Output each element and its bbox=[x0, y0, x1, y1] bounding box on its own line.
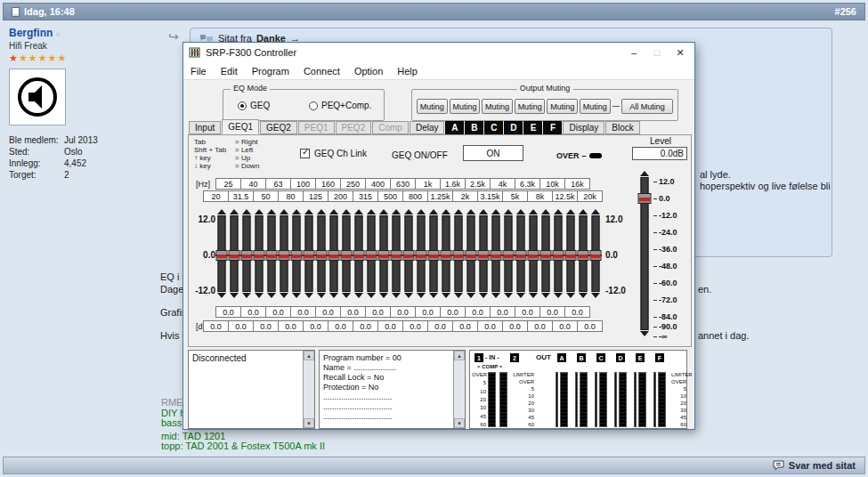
slider-up-arrow[interactable] bbox=[280, 209, 288, 214]
slider-down-arrow[interactable] bbox=[454, 293, 463, 298]
post-number[interactable]: #256 bbox=[835, 6, 856, 17]
menu-program[interactable]: Program bbox=[245, 66, 296, 77]
menu-help[interactable]: Help bbox=[390, 66, 425, 77]
slider-up-arrow[interactable] bbox=[342, 209, 351, 214]
slider-down-arrow[interactable] bbox=[367, 293, 376, 298]
eq-band-slider[interactable] bbox=[589, 209, 602, 298]
slider-handle[interactable] bbox=[241, 250, 253, 261]
slider-down-arrow[interactable] bbox=[342, 293, 351, 298]
checkbox-check-icon[interactable] bbox=[300, 149, 310, 158]
eq-band-slider[interactable] bbox=[402, 209, 415, 298]
slider-up-arrow[interactable] bbox=[566, 209, 575, 214]
slider-up-arrow[interactable] bbox=[417, 209, 426, 214]
eq-band-slider[interactable] bbox=[452, 209, 465, 298]
slider-handle[interactable] bbox=[515, 250, 527, 261]
slider-handle[interactable] bbox=[216, 250, 228, 261]
menu-file[interactable]: File bbox=[183, 66, 214, 77]
slider-down-arrow[interactable] bbox=[317, 293, 326, 298]
slider-down-arrow[interactable] bbox=[292, 293, 301, 298]
level-fader[interactable] bbox=[637, 171, 652, 336]
slider-up-arrow[interactable] bbox=[554, 209, 563, 214]
minimize-button[interactable]: – bbox=[625, 45, 643, 60]
eq-band-slider[interactable] bbox=[465, 209, 477, 298]
eq-band-slider[interactable] bbox=[490, 209, 502, 298]
slider-down-arrow[interactable] bbox=[379, 293, 388, 298]
eq-band-slider[interactable] bbox=[577, 209, 589, 298]
eq-band-slider[interactable] bbox=[477, 209, 490, 298]
tab-b[interactable]: B bbox=[465, 121, 483, 134]
slider-up-arrow[interactable] bbox=[454, 209, 463, 214]
eq-band-slider[interactable] bbox=[552, 209, 564, 298]
geq-ch-link-checkbox[interactable]: GEQ Ch Link bbox=[300, 149, 367, 158]
slider-down-arrow[interactable] bbox=[404, 293, 413, 298]
close-button[interactable]: ✕ bbox=[671, 45, 689, 60]
eq-band-slider[interactable] bbox=[515, 209, 527, 298]
slider-handle[interactable] bbox=[366, 250, 377, 261]
slider-handle[interactable] bbox=[590, 250, 602, 261]
slider-handle[interactable] bbox=[378, 250, 390, 261]
eq-band-slider[interactable] bbox=[564, 209, 577, 298]
geq-onoff-indicator[interactable]: ON bbox=[463, 145, 523, 161]
muting-button-2[interactable]: Muting bbox=[450, 99, 481, 114]
slider-handle[interactable] bbox=[491, 250, 502, 261]
tab-c[interactable]: C bbox=[484, 121, 503, 134]
slider-down-arrow[interactable] bbox=[392, 293, 401, 298]
slider-down-arrow[interactable] bbox=[541, 293, 550, 298]
slider-down-arrow[interactable] bbox=[591, 293, 600, 298]
menu-option[interactable]: Option bbox=[347, 66, 390, 77]
radio-dot-icon[interactable] bbox=[309, 101, 318, 110]
eq-band-slider[interactable] bbox=[502, 209, 515, 298]
slider-down-arrow[interactable] bbox=[304, 293, 313, 298]
slider-handle[interactable] bbox=[540, 250, 552, 261]
slider-handle[interactable] bbox=[503, 250, 515, 261]
slider-up-arrow[interactable] bbox=[329, 209, 338, 214]
slider-handle[interactable] bbox=[416, 250, 427, 261]
slider-down-arrow[interactable] bbox=[267, 293, 276, 298]
eq-band-slider[interactable] bbox=[240, 209, 253, 298]
muting-button-3[interactable]: Muting bbox=[482, 99, 513, 114]
window-titlebar[interactable]: SRP-F300 Controller – □ ✕ bbox=[183, 43, 694, 62]
slider-handle[interactable] bbox=[403, 250, 415, 261]
slider-handle[interactable] bbox=[553, 250, 564, 261]
eq-band-slider[interactable] bbox=[340, 209, 353, 298]
muting-button-4[interactable]: Muting bbox=[515, 99, 546, 114]
eq-band-slider[interactable] bbox=[265, 209, 278, 298]
username-link[interactable]: Bergfinn bbox=[9, 27, 53, 39]
eq-band-slider[interactable] bbox=[427, 209, 440, 298]
slider-handle[interactable] bbox=[441, 250, 452, 261]
slider-handle[interactable] bbox=[453, 250, 465, 261]
slider-up-arrow[interactable] bbox=[442, 209, 450, 214]
slider-handle[interactable] bbox=[329, 250, 340, 261]
fader-handle[interactable] bbox=[638, 193, 652, 204]
slider-up-arrow[interactable] bbox=[242, 209, 251, 214]
slider-up-arrow[interactable] bbox=[479, 209, 488, 214]
slider-down-arrow[interactable] bbox=[429, 293, 438, 298]
eq-mode-radio-geq[interactable]: GEQ bbox=[238, 101, 270, 110]
eq-band-slider[interactable] bbox=[365, 209, 377, 298]
slider-up-arrow[interactable] bbox=[267, 209, 276, 214]
eq-band-slider[interactable] bbox=[328, 209, 340, 298]
slider-handle[interactable] bbox=[565, 250, 577, 261]
slider-down-arrow[interactable] bbox=[417, 293, 426, 298]
tab-a[interactable]: A bbox=[445, 121, 464, 134]
fader-down-arrow[interactable] bbox=[640, 331, 649, 336]
muting-button-6[interactable]: Muting bbox=[580, 99, 611, 114]
level-value[interactable]: 0.0dB bbox=[632, 147, 687, 160]
status-scrollbar[interactable]: ▲▼ bbox=[303, 351, 314, 428]
eq-band-slider[interactable] bbox=[253, 209, 265, 298]
tab-f[interactable]: F bbox=[543, 121, 562, 134]
slider-handle[interactable] bbox=[528, 250, 539, 261]
eq-band-slider[interactable] bbox=[539, 209, 552, 298]
slider-up-arrow[interactable] bbox=[516, 209, 525, 214]
menu-connect[interactable]: Connect bbox=[296, 66, 347, 77]
slider-up-arrow[interactable] bbox=[354, 209, 363, 214]
eq-band-slider[interactable] bbox=[353, 209, 365, 298]
eq-band-slider[interactable] bbox=[440, 209, 452, 298]
slider-up-arrow[interactable] bbox=[292, 209, 301, 214]
reply-with-quote-button[interactable]: Svar med sitat bbox=[789, 460, 856, 471]
eq-band-slider[interactable] bbox=[228, 209, 240, 298]
slider-up-arrow[interactable] bbox=[541, 209, 550, 214]
slider-down-arrow[interactable] bbox=[255, 293, 264, 298]
slider-down-arrow[interactable] bbox=[466, 293, 475, 298]
slider-down-arrow[interactable] bbox=[554, 293, 563, 298]
